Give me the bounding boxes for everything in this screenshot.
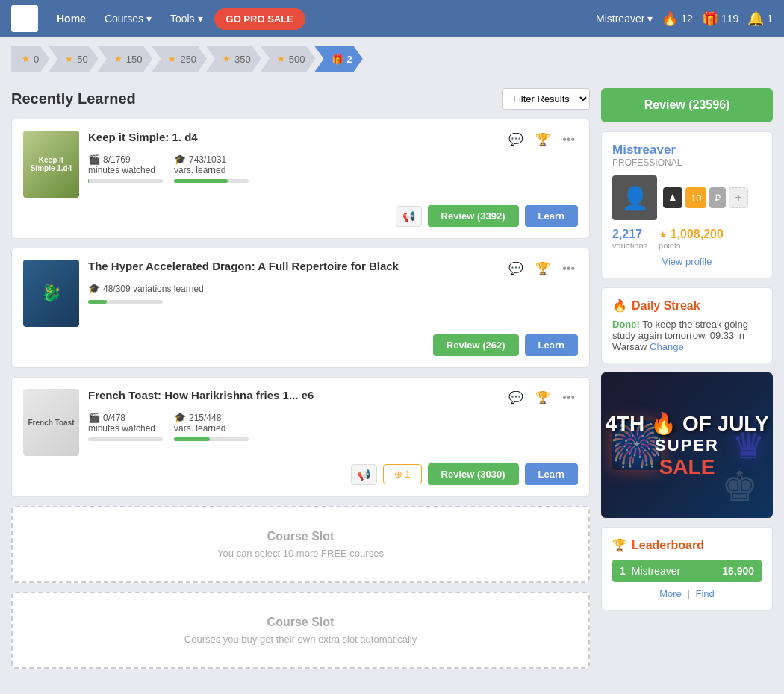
nav-courses[interactable]: Courses ▾ bbox=[97, 8, 159, 29]
streak-title-text: Daily Streak bbox=[632, 299, 700, 313]
lb-name-1[interactable]: Mistreaver bbox=[632, 565, 716, 577]
user-menu[interactable]: Mistreaver ▾ bbox=[596, 13, 653, 25]
vars-label-1: vars. learned bbox=[174, 165, 249, 175]
nav-home[interactable]: Home bbox=[49, 8, 93, 29]
course-top-1: Keep It Simple 1.d4 Keep it Simple: 1. d… bbox=[23, 131, 578, 198]
stat-vars-2: 🎓 48/309 variations learned bbox=[88, 283, 204, 304]
lb-more-link[interactable]: More bbox=[659, 588, 682, 599]
lb-find-link[interactable]: Find bbox=[695, 588, 714, 599]
sale-line1: 4TH 🔥 OF JULY bbox=[605, 411, 768, 436]
learn-button-2[interactable]: Learn bbox=[525, 334, 578, 356]
sale-line3: SALE bbox=[605, 455, 768, 479]
slot-title-1: Course Slot bbox=[24, 530, 577, 543]
progress-watched-fill-1 bbox=[88, 179, 89, 183]
step-active[interactable]: 🎁 2 bbox=[315, 46, 363, 72]
profile-row: 👤 ♟ 10 ₽ + bbox=[612, 175, 762, 220]
profile-rank: PROFESSIONAL bbox=[612, 157, 762, 168]
progress-vars-3 bbox=[174, 437, 249, 441]
course-card-3: French Toast French Toast: How Harikrish… bbox=[11, 377, 590, 497]
gift-badge[interactable]: 🎁 119 bbox=[702, 10, 738, 27]
course-header-1: Keep it Simple: 1. d4 💬 🏆 ••• bbox=[88, 131, 578, 148]
course-actions-3: 💬 🏆 ••• bbox=[505, 389, 578, 406]
bell-icon: 🔔 bbox=[747, 10, 764, 27]
more-button-1[interactable]: ••• bbox=[559, 131, 578, 148]
book-icon-1: 🎓 bbox=[174, 154, 186, 165]
streak-change-link[interactable]: Change bbox=[650, 341, 684, 352]
filter-select[interactable]: Filter Results bbox=[502, 88, 590, 110]
fire-badge[interactable]: 🔥 12 bbox=[662, 10, 693, 27]
step-150[interactable]: ★ 150 bbox=[98, 46, 153, 72]
progress-vars-2 bbox=[88, 300, 163, 304]
review-button-2[interactable]: Review (262) bbox=[433, 334, 519, 356]
course-thumb-1: Keep It Simple 1.d4 bbox=[23, 131, 79, 198]
counter-button-3[interactable]: ⊕ 1 bbox=[383, 464, 422, 484]
step-50[interactable]: ★ 50 bbox=[49, 46, 98, 72]
announce-button-3[interactable]: 📢 bbox=[351, 464, 377, 485]
course-bottom-2: Review (262) Learn bbox=[23, 334, 578, 356]
step-250[interactable]: ★ 250 bbox=[152, 46, 207, 72]
course-actions-1: 💬 🏆 ••• bbox=[505, 131, 578, 148]
nav-tools[interactable]: Tools ▾ bbox=[163, 8, 211, 29]
step-val-3: 250 bbox=[180, 54, 196, 65]
slot-desc-2: Courses you buy get their own extra slot… bbox=[24, 634, 577, 645]
more-button-2[interactable]: ••• bbox=[559, 260, 578, 277]
right-column: Review (23596) Mistreaver PROFESSIONAL 👤… bbox=[601, 88, 773, 678]
leaderboard-footer: More | Find bbox=[612, 588, 762, 599]
progress-watched-3 bbox=[88, 437, 163, 441]
learn-button-3[interactable]: Learn bbox=[525, 463, 578, 485]
course-slot-1: Course Slot You can select 10 more FREE … bbox=[11, 506, 590, 583]
section-title: Recently Learned bbox=[11, 90, 136, 107]
lb-separator: | bbox=[687, 588, 689, 599]
navbar: ♔ Home Courses ▾ Tools ▾ GO PRO SALE Mis… bbox=[0, 0, 784, 37]
trophy-button-2[interactable]: 🏆 bbox=[532, 260, 553, 277]
step-500[interactable]: ★ 500 bbox=[261, 46, 316, 72]
leaderboard-row-1: 1 Mistreaver 16,900 bbox=[612, 560, 762, 582]
progress-section: ★ 0 ★ 50 ★ 150 ★ 250 ★ 350 ★ 500 🎁 2 bbox=[0, 37, 784, 81]
course-info-2: The Hyper Accelerated Dragon: A Full Rep… bbox=[88, 260, 578, 327]
more-button-3[interactable]: ••• bbox=[559, 390, 578, 406]
course-slot-2: Course Slot Courses you buy get their ow… bbox=[11, 592, 590, 669]
course-stats-1: 🎬 8/1769 minutes watched 🎓 743/10 bbox=[88, 154, 578, 183]
big-review-button[interactable]: Review (23596) bbox=[601, 88, 773, 122]
review-button-1[interactable]: Review (3392) bbox=[428, 205, 519, 227]
trophy-button-3[interactable]: 🏆 bbox=[532, 389, 553, 406]
course-header-2: The Hyper Accelerated Dragon: A Full Rep… bbox=[88, 260, 578, 277]
view-profile-link[interactable]: View profile bbox=[612, 256, 762, 267]
course-top-3: French Toast French Toast: How Harikrish… bbox=[23, 389, 578, 456]
course-bottom-3: 📢 ⊕ 1 Review (3030) Learn bbox=[23, 463, 578, 485]
progress-vars-fill-3 bbox=[174, 437, 210, 441]
step-0[interactable]: ★ 0 bbox=[11, 46, 49, 72]
course-stats-3: 🎬 0/478 minutes watched 🎓 215/448 bbox=[88, 412, 578, 441]
stat-vars-1: 🎓 743/1031 vars. learned bbox=[174, 154, 249, 183]
video-icon-1: 🎬 bbox=[88, 154, 100, 165]
leaderboard-card: 🏆 Leaderboard 1 Mistreaver 16,900 More |… bbox=[601, 527, 773, 610]
bell-count: 1 bbox=[767, 13, 773, 25]
book-icon-2: 🎓 bbox=[88, 283, 100, 294]
step-star-2: ★ bbox=[114, 54, 122, 64]
points-star-icon: ★ bbox=[659, 229, 671, 240]
learn-button-1[interactable]: Learn bbox=[525, 205, 578, 227]
video-icon-3: 🎬 bbox=[88, 412, 100, 423]
comment-button-2[interactable]: 💬 bbox=[505, 260, 526, 277]
comment-button-3[interactable]: 💬 bbox=[505, 389, 526, 406]
pro-sale-button[interactable]: GO PRO SALE bbox=[214, 8, 305, 30]
badge-add-button[interactable]: + bbox=[729, 187, 747, 208]
badge-currency: ₽ bbox=[709, 187, 726, 208]
course-bottom-1: 📢 Review (3392) Learn bbox=[23, 205, 578, 227]
bell-badge[interactable]: 🔔 1 bbox=[747, 10, 773, 27]
profile-name: Mistreaver bbox=[612, 143, 762, 157]
progress-vars-fill-2 bbox=[88, 300, 107, 304]
announce-button-1[interactable]: 📢 bbox=[396, 206, 422, 227]
step-350[interactable]: ★ 350 bbox=[206, 46, 261, 72]
course-thumb-3: French Toast bbox=[23, 389, 79, 456]
sale-banner[interactable]: 🎆 4TH 🔥 OF JULY SUPER SALE ♛ ♚ bbox=[601, 372, 773, 518]
review-button-3[interactable]: Review (3030) bbox=[428, 463, 519, 485]
slot-title-2: Course Slot bbox=[24, 616, 577, 629]
streak-body: Done! To keep the streak going study aga… bbox=[612, 319, 762, 352]
left-column: Recently Learned Filter Results Keep It … bbox=[11, 88, 590, 678]
step-val-4: 350 bbox=[234, 54, 251, 65]
comment-button-1[interactable]: 💬 bbox=[505, 131, 526, 148]
stat-watched-1: 🎬 8/1769 minutes watched bbox=[88, 154, 163, 183]
trophy-button-1[interactable]: 🏆 bbox=[532, 131, 553, 148]
points-label: points bbox=[659, 241, 724, 250]
